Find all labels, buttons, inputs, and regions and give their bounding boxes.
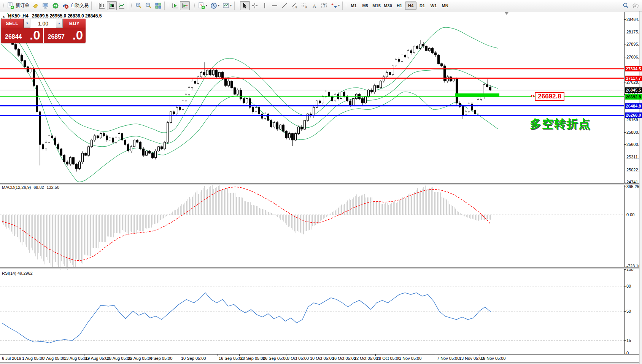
trendline-button[interactable] <box>280 1 289 10</box>
thick-green-segment[interactable] <box>455 93 499 97</box>
time-label: 7 Nov 05:00 <box>437 356 459 361</box>
mt4-window: 新订单自动交易▾▾▾EFAT▾M1M5M15M30H1H4D1W1MN ▲ HK… <box>0 0 642 364</box>
rsi-panel[interactable] <box>0 286 624 343</box>
chart-area[interactable]: ▲ HK50-,H4 26899.5 26955.0 26836.0 26845… <box>0 11 642 364</box>
volume-box: ▼ 1.00 ▲ <box>24 19 63 28</box>
time-tick <box>458 355 458 356</box>
chevron-down-icon[interactable]: ▾ <box>338 4 340 7</box>
toolbar-drag-handle[interactable] <box>167 2 169 9</box>
toolbar-drag-handle[interactable] <box>130 2 132 9</box>
time-tick <box>106 355 106 356</box>
candlestick-chart-button[interactable] <box>107 1 117 10</box>
timeframe-h4-button[interactable]: H4 <box>405 2 416 10</box>
auto-trading-button[interactable]: 自动交易 <box>60 1 90 10</box>
chart-shift-button[interactable] <box>180 1 190 10</box>
text-label-button[interactable]: T <box>319 1 329 10</box>
sell-price[interactable]: 26844 .0 <box>1 28 44 43</box>
templates-button[interactable]: ▾ <box>221 1 233 10</box>
time-tick <box>42 355 42 356</box>
collapse-arrow-icon[interactable]: ▲ <box>2 15 5 18</box>
price-badge-26268.0: 26268.0 <box>625 112 642 118</box>
rsi-indicator-label: RSI(14) 49.2962 <box>2 271 33 275</box>
indicators-icon <box>198 2 205 9</box>
chevron-down-icon[interactable]: ▾ <box>206 4 207 7</box>
time-tick <box>149 355 149 356</box>
community-chat-button[interactable] <box>631 1 640 10</box>
chart-canvas[interactable] <box>0 11 642 364</box>
timeframe-mn-button[interactable]: MN <box>439 2 451 10</box>
auto-scroll-button[interactable] <box>170 1 180 10</box>
auto-trading-label: 自动交易 <box>70 2 89 9</box>
text-button[interactable]: A <box>309 1 319 10</box>
chinese-annotation[interactable]: 多空转折点 <box>530 116 591 132</box>
volume-increase-button[interactable]: ▲ <box>56 19 62 28</box>
chevron-down-icon[interactable]: ▾ <box>230 4 232 7</box>
volume-input[interactable]: 1.00 <box>30 19 56 28</box>
zoom-out-button[interactable] <box>143 1 153 10</box>
axis-tick <box>624 269 626 270</box>
search-button[interactable] <box>621 1 631 10</box>
main-macd-separator[interactable] <box>0 183 642 185</box>
candles-icon <box>108 2 115 9</box>
vertical-line-button[interactable] <box>260 1 270 10</box>
time-tick <box>239 355 240 356</box>
macd-histogram <box>2 184 491 270</box>
price-flag-label[interactable]: 26692.8 <box>535 92 564 101</box>
axis-tick <box>624 340 626 341</box>
volume-decrease-button[interactable]: ▼ <box>24 19 30 28</box>
toolbar-drag-handle[interactable] <box>94 2 96 9</box>
indicators-button[interactable]: ▾ <box>197 1 209 10</box>
timeframe-d1-button[interactable]: D1 <box>416 2 428 10</box>
arrows-button[interactable]: ▾ <box>329 1 341 10</box>
crosshair-button[interactable] <box>250 1 260 10</box>
sell-button[interactable]: SELL <box>1 19 24 28</box>
svg-text:A: A <box>313 3 316 9</box>
tile-windows-button[interactable] <box>153 1 163 10</box>
timeframe-m1-button[interactable]: M1 <box>348 2 359 10</box>
horizontal-line-button[interactable] <box>270 1 280 10</box>
time-label: 16 Sep 05:00 <box>219 356 243 361</box>
timeframe-w1-button[interactable]: W1 <box>428 2 439 10</box>
zoom-in-button[interactable] <box>133 1 143 10</box>
main-price-panel[interactable] <box>0 13 624 182</box>
bollinger-lower-band[interactable] <box>1 44 498 182</box>
toolbar-separator <box>234 2 235 10</box>
toolbar-drag-handle[interactable] <box>3 2 5 9</box>
signals-button[interactable] <box>51 1 60 10</box>
cursor-button[interactable] <box>240 1 250 10</box>
fibo-icon: F <box>301 2 308 9</box>
line-chart-button[interactable] <box>117 1 127 10</box>
toolbar-separator <box>128 2 128 10</box>
symbol-title: HK50-,H4 <box>8 13 28 19</box>
timeframe-h1-button[interactable]: H1 <box>394 2 405 10</box>
toolbar-drag-handle[interactable] <box>194 2 195 9</box>
macd-rsi-separator[interactable] <box>0 267 642 269</box>
symbol-header: ▲ HK50-,H4 26899.5 26955.0 26836.0 26845… <box>2 13 102 19</box>
timeframe-m15-button[interactable]: M15 <box>371 2 382 10</box>
svg-text:E: E <box>296 6 297 9</box>
price-badge-27117.7: 27117.7 <box>625 76 642 81</box>
axis-tick <box>624 32 626 32</box>
terminal-button[interactable] <box>41 1 51 10</box>
macd-panel[interactable] <box>0 184 624 270</box>
bar-chart-button[interactable] <box>97 1 107 10</box>
toolbar-drag-handle[interactable] <box>237 2 239 9</box>
buy-button[interactable]: BUY <box>63 19 86 28</box>
timeframe-m5-button[interactable]: M5 <box>359 2 371 10</box>
time-label: 4 Sep 05:00 <box>150 356 172 361</box>
time-axis[interactable]: 6 Jul 20191 Aug 05:007 Aug 05:0013 Aug 0… <box>0 354 642 362</box>
fibonacci-button[interactable]: F <box>299 1 309 10</box>
timeframe-m30-button[interactable]: M30 <box>382 2 394 10</box>
toolbar-drag-handle[interactable] <box>345 2 347 9</box>
new-order-button[interactable]: 新订单 <box>6 1 31 10</box>
buy-price[interactable]: 26857 .0 <box>44 28 86 43</box>
vertical-scrollbar[interactable] <box>639 11 642 364</box>
periods-button[interactable]: ▾ <box>209 1 221 10</box>
toolbar-separator <box>191 2 191 10</box>
equidistant-channel-button[interactable]: E <box>289 1 299 10</box>
chart-shift-marker-icon[interactable] <box>505 12 509 15</box>
eraser-button[interactable] <box>31 1 41 10</box>
price-flag-anchor[interactable] <box>531 95 534 97</box>
chevron-down-icon[interactable]: ▾ <box>218 4 219 7</box>
time-label: 10 Oct 05:00 <box>310 356 334 361</box>
